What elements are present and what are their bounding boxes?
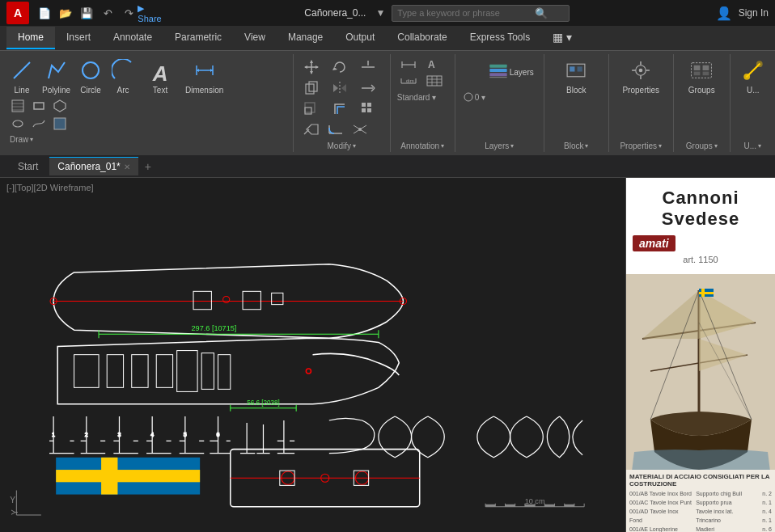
user-icon[interactable]: 👤: [716, 6, 732, 21]
groups-dropdown-arrow[interactable]: ▾: [714, 142, 718, 150]
scale-button[interactable]: [300, 99, 327, 119]
svg-text:5: 5: [184, 432, 187, 438]
tab-start[interactable]: Start: [6, 158, 49, 175]
tab-collaborate[interactable]: Collaborate: [386, 27, 458, 49]
ribbon-group-utilities: U... U... ▾: [731, 54, 775, 152]
dimension-icon: [193, 59, 216, 84]
filename-arrow[interactable]: ▼: [375, 7, 385, 19]
undo-icon[interactable]: ↶: [99, 4, 116, 22]
ribbon-group-annotation: A dim Standard ▾ Annotation ▾: [391, 54, 455, 152]
tab-annotate[interactable]: Annotate: [102, 27, 163, 49]
groups-button[interactable]: Groups: [680, 57, 723, 96]
svg-marker-16: [310, 60, 313, 63]
new-icon[interactable]: 📄: [36, 4, 53, 22]
search-input[interactable]: [397, 8, 535, 18]
tab-insert[interactable]: Insert: [55, 27, 102, 49]
block-button[interactable]: Block: [551, 57, 602, 96]
share-icon[interactable]: ▶ Share: [141, 4, 159, 22]
layers-button[interactable]: Layers: [462, 57, 537, 87]
move-button[interactable]: [300, 57, 327, 77]
svg-line-38: [304, 129, 309, 134]
svg-text:Y: Y: [11, 509, 19, 515]
tab-parametric[interactable]: Parametric: [163, 27, 233, 49]
block-dropdown-arrow[interactable]: ▾: [585, 142, 588, 150]
properties-button[interactable]: Properties: [616, 57, 667, 96]
open-icon[interactable]: 📂: [57, 4, 74, 22]
layers-group-label: Layers ▾: [481, 140, 517, 152]
canvas-area[interactable]: [-][Top][2D Wireframe] Y: [0, 178, 625, 532]
draw-dropdown-arrow[interactable]: ▾: [30, 136, 33, 143]
region-button[interactable]: [50, 116, 70, 132]
tab-close-button[interactable]: ✕: [124, 163, 130, 171]
mtext-button[interactable]: A: [423, 57, 448, 72]
svg-text:6: 6: [217, 432, 220, 438]
tab-view[interactable]: View: [233, 27, 277, 49]
tab-express-tools[interactable]: Express Tools: [459, 27, 541, 49]
svg-rect-135: [506, 505, 515, 507]
redo-icon[interactable]: ↷: [120, 4, 138, 22]
side-panel: Cannoni Svedese amati art. 1150: [625, 178, 775, 532]
utilities-button[interactable]: U...: [737, 57, 769, 96]
circle-button[interactable]: Circle: [75, 57, 106, 96]
offset-button[interactable]: [328, 99, 355, 119]
spline-button[interactable]: [29, 116, 49, 132]
dim-style-button[interactable]: dim: [397, 74, 422, 88]
save-icon[interactable]: 💾: [78, 4, 95, 22]
explode-button[interactable]: [349, 122, 371, 137]
amati-logo: amati: [633, 235, 675, 251]
svg-marker-26: [333, 84, 338, 92]
line-icon: [11, 59, 33, 84]
ship-illustration: [626, 274, 775, 470]
text-icon: A: [153, 63, 168, 84]
tab-add-button[interactable]: +: [138, 157, 158, 176]
svg-rect-138: [565, 505, 574, 507]
svg-rect-75: [703, 65, 709, 70]
extend-button[interactable]: [357, 78, 383, 98]
dim-linear-button[interactable]: [397, 57, 422, 72]
tab-manage[interactable]: Manage: [277, 27, 334, 49]
title-tools: 📄 📂 💾 ↶ ↷ ▶ Share: [36, 4, 159, 22]
polyline-button[interactable]: Polyline: [39, 57, 74, 96]
circle-icon: [79, 59, 102, 84]
layers-icon: [487, 59, 510, 84]
polygon-button[interactable]: [50, 98, 70, 114]
search-icon[interactable]: 🔍: [535, 7, 548, 19]
block-icon: [565, 59, 587, 84]
annotation-dropdown-arrow[interactable]: ▾: [441, 142, 444, 150]
hatch-button[interactable]: [8, 98, 28, 114]
properties-dropdown-arrow[interactable]: ▾: [659, 142, 662, 150]
text-button[interactable]: A Text: [140, 57, 180, 96]
utilities-icon: [742, 59, 764, 84]
ribbon: Home Insert Annotate Parametric View Man…: [0, 26, 775, 155]
search-box[interactable]: 🔍: [392, 5, 570, 22]
mirror-button[interactable]: [328, 78, 355, 98]
sign-in-button[interactable]: Sign In: [739, 7, 769, 19]
dimension-button[interactable]: Dimension: [182, 57, 227, 96]
rotate-button[interactable]: [328, 57, 355, 77]
svg-rect-61: [489, 73, 506, 76]
utilities-dropdown-arrow[interactable]: ▾: [758, 142, 761, 150]
properties-group-label: Properties ▾: [616, 140, 665, 152]
arc-button[interactable]: Arc: [108, 57, 138, 96]
tab-extra[interactable]: ▦ ▾: [541, 26, 583, 50]
tab-output[interactable]: Output: [334, 27, 386, 49]
rectangle-button[interactable]: [29, 98, 49, 114]
tab-canotera[interactable]: Cañonera_01* ✕: [49, 157, 138, 175]
svg-marker-12: [54, 100, 66, 112]
layers-dropdown-arrow[interactable]: ▾: [510, 142, 514, 150]
trim-button[interactable]: [357, 57, 383, 77]
ellipse-button[interactable]: [8, 116, 28, 132]
tab-home[interactable]: Home: [6, 27, 55, 49]
fillet-button[interactable]: [324, 122, 347, 137]
modify-dropdown-arrow[interactable]: ▾: [353, 142, 356, 150]
panel-header: Cannoni Svedese amati art. 1150: [626, 178, 775, 274]
table-button[interactable]: [423, 74, 448, 88]
line-button[interactable]: Line: [6, 57, 37, 96]
annotation-style-label: Standard ▾: [397, 93, 436, 102]
copy-button[interactable]: [300, 78, 327, 98]
svg-point-45: [358, 128, 362, 131]
svg-point-68: [639, 69, 643, 73]
svg-marker-17: [310, 71, 313, 74]
array-button[interactable]: [357, 99, 383, 119]
erase-button[interactable]: [300, 122, 323, 137]
